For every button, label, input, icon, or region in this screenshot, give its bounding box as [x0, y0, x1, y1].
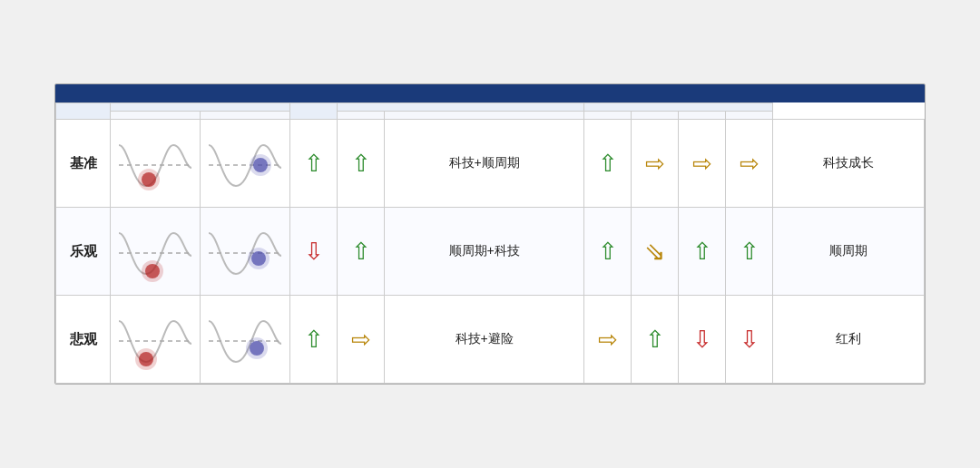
header-zichan — [584, 103, 773, 112]
header-lilv — [584, 112, 632, 120]
main-table: 基准 ⇧ ⇧ 科技+顺周期 ⇧ ⇨ ⇨ ⇨ 科技成长 乐观 ⇩ ⇧ 顺周期 — [55, 102, 925, 384]
svg-point-5 — [142, 260, 163, 282]
dazong-arrow: ⇨ — [679, 120, 726, 208]
table-row: 基准 ⇧ ⇧ 科技+顺周期 ⇧ ⇨ ⇨ ⇨ 科技成长 — [56, 120, 925, 208]
huangjin-arrow: ⇨ — [632, 120, 679, 208]
situation-label: 基准 — [56, 120, 111, 208]
header-meiyuan — [290, 103, 338, 120]
meiyuan-arrow: ⇧ — [290, 296, 338, 384]
huangjin-arrow: ⇘ — [632, 208, 679, 296]
meigupiao-text: 科技+顺周期 — [385, 120, 584, 208]
us-wave — [201, 296, 290, 384]
table-row: 乐观 ⇩ ⇧ 顺周期+科技 ⇧ ⇘ ⇧ ⇧ 顺周期 — [56, 208, 925, 296]
header-meiguo — [201, 112, 290, 120]
svg-point-7 — [248, 248, 270, 269]
svg-point-3 — [250, 154, 271, 176]
svg-point-11 — [246, 337, 268, 359]
zhongguo-text: 红利 — [773, 296, 925, 384]
dazong-arrow: ⇧ — [679, 208, 726, 296]
us-wave — [201, 120, 290, 208]
zhongguo-arrow: ⇨ — [726, 120, 773, 208]
lilv-arrow: ⇧ — [584, 120, 632, 208]
svg-point-1 — [138, 169, 160, 190]
header-zhongguo-gupiao — [726, 112, 773, 120]
header-situation — [56, 103, 111, 120]
zhongguo-text: 顺周期 — [773, 208, 925, 296]
lilv-arrow: ⇧ — [584, 208, 632, 296]
china-wave — [111, 296, 201, 384]
zhongguo-arrow: ⇧ — [726, 208, 773, 296]
meiyuan-arrow: ⇩ — [290, 208, 338, 296]
meigupiao-text: 顺周期+科技 — [385, 208, 584, 296]
meigupiao-arrow: ⇨ — [338, 296, 385, 384]
table-title — [55, 84, 925, 102]
header-dazong — [679, 112, 726, 120]
meigupiao-text: 科技+避险 — [385, 296, 584, 384]
svg-point-9 — [135, 348, 157, 370]
us-wave — [201, 208, 290, 296]
table-row: 悲观 ⇧ ⇨ 科技+避险 ⇨ ⇧ ⇩ ⇩ 红利 — [56, 296, 925, 384]
header-meigupiao — [338, 103, 584, 112]
zhongguo-arrow: ⇩ — [726, 296, 773, 384]
zhongguo-text: 科技成长 — [773, 120, 925, 208]
header-huangjin — [632, 112, 679, 120]
lilv-arrow: ⇨ — [584, 296, 632, 384]
china-wave — [111, 120, 201, 208]
header-meigupiao-icon — [338, 112, 385, 120]
situation-label: 悲观 — [56, 296, 111, 384]
huangjin-arrow: ⇧ — [632, 296, 679, 384]
meiyuan-arrow: ⇧ — [290, 120, 338, 208]
meigupiao-arrow: ⇧ — [338, 208, 385, 296]
main-container: 基准 ⇧ ⇧ 科技+顺周期 ⇧ ⇨ ⇨ ⇨ 科技成长 乐观 ⇩ ⇧ 顺周期 — [54, 83, 926, 385]
dazong-arrow: ⇩ — [679, 296, 726, 384]
meigupiao-arrow: ⇧ — [338, 120, 385, 208]
china-wave — [111, 208, 201, 296]
header-meigupiao-label — [385, 112, 584, 120]
header-zhongguo — [111, 112, 201, 120]
header-xinyong — [111, 103, 290, 112]
situation-label: 乐观 — [56, 208, 111, 296]
